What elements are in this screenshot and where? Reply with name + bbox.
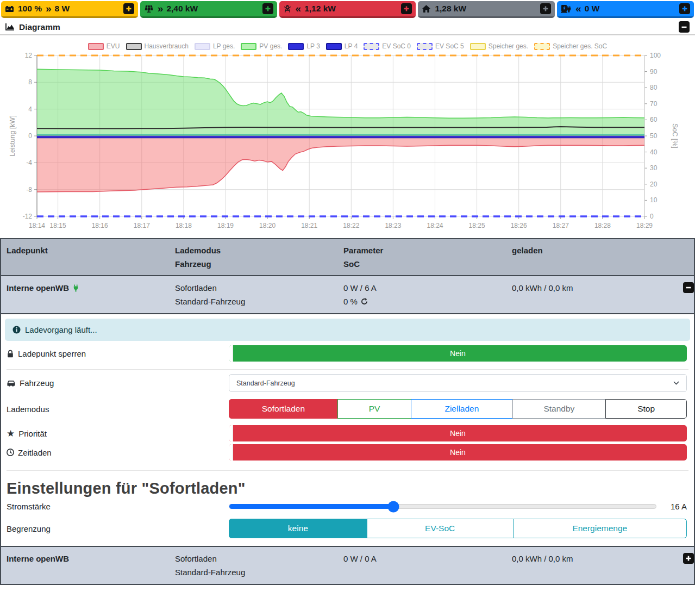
legend-label: Speicher ges.: [489, 42, 528, 50]
priority-label: Priorität: [18, 429, 47, 438]
svg-text:18:21: 18:21: [301, 222, 317, 229]
chargepoint-collapse-button[interactable]: [683, 282, 694, 293]
svg-text:0: 0: [28, 132, 32, 140]
vehicle-select-value: Standard-Fahrzeug: [236, 379, 295, 387]
svg-text:4: 4: [28, 105, 32, 113]
chargepoint-table-header: Ladepunkt Lademodus Fahrzeug Parameter S…: [1, 239, 694, 275]
legend-swatch: [326, 43, 342, 50]
battery-status-tile[interactable]: 100 % » 8 W: [1, 1, 138, 18]
legend-item[interactable]: Speicher ges. SoC: [534, 42, 607, 50]
svg-text:SoC [%]: SoC [%]: [671, 123, 679, 148]
current-slider[interactable]: [229, 504, 656, 509]
chargepoint-tile-expand-button[interactable]: [679, 3, 690, 14]
legend-item[interactable]: Hausverbrauch: [126, 42, 189, 50]
time-charge-toggle[interactable]: Nein: [229, 444, 687, 461]
svg-text:18:15: 18:15: [50, 222, 66, 229]
legend-swatch: [88, 43, 104, 50]
legend-swatch: [241, 43, 256, 50]
lock-toggle-value: Nein: [450, 349, 466, 358]
priority-toggle-value: Nein: [450, 429, 466, 438]
charge-mode-row: Lademodus Sofortladen PV Zielladen Stand…: [1, 399, 694, 419]
transmission-tower-icon: [283, 4, 292, 13]
svg-text:90: 90: [650, 68, 658, 76]
grid-flow-arrow: «: [296, 3, 301, 15]
chart-legend: EVUHausverbrauchLP ges.PV ges.LP 3LP 4EV…: [3, 42, 692, 50]
legend-item[interactable]: EVU: [88, 42, 120, 50]
lock-chargepoint-label: Ladepunkt sperren: [18, 349, 86, 358]
legend-label: EV SoC 5: [435, 42, 464, 50]
svg-text:18:29: 18:29: [636, 222, 653, 229]
grid-status-tile[interactable]: « 1,12 kW: [279, 1, 416, 18]
svg-text:12: 12: [25, 52, 33, 59]
time-charge-toggle-value: Nein: [450, 448, 466, 457]
grid-tile-expand-button[interactable]: [401, 3, 412, 14]
mode-zielladen-button[interactable]: Zielladen: [411, 399, 512, 419]
refresh-soc-icon[interactable]: [361, 298, 368, 305]
house-tile-expand-button[interactable]: [540, 3, 551, 14]
pv-status-tile[interactable]: » 2,40 kW: [140, 1, 277, 18]
limit-keine-button[interactable]: keine: [229, 519, 367, 538]
legend-label: EVU: [107, 42, 120, 50]
legend-label: LP ges.: [213, 42, 235, 50]
info-icon: [12, 326, 21, 334]
charge-mode-button-group: Sofortladen PV Zielladen Standby Stop: [229, 399, 687, 419]
mode-pv-button[interactable]: PV: [337, 399, 411, 419]
limit-row: Begrenzung keine EV-SoC Energiemenge: [1, 519, 694, 538]
svg-text:30: 30: [650, 164, 658, 172]
charging-status-alert: Ladevorgang läuft...: [5, 319, 690, 341]
pv-tile-expand-button[interactable]: [262, 3, 273, 14]
ev-charging-station-icon: [561, 4, 572, 13]
legend-label: LP 4: [345, 42, 358, 50]
diagram-title: Diagramm: [19, 22, 60, 32]
mode-sofortladen-button[interactable]: Sofortladen: [229, 399, 338, 419]
battery-flow-arrow: »: [46, 3, 51, 15]
mode-standby-button[interactable]: Standby: [512, 399, 606, 419]
limit-energiemenge-button[interactable]: Energiemenge: [513, 519, 687, 538]
limit-ev-soc-button[interactable]: EV-SoC: [367, 519, 514, 538]
svg-text:0: 0: [650, 213, 654, 220]
svg-text:18:16: 18:16: [92, 222, 108, 229]
mode-stop-button[interactable]: Stop: [605, 399, 687, 419]
divider: [7, 369, 688, 370]
diagram-collapse-button[interactable]: [679, 21, 690, 33]
legend-item[interactable]: LP ges.: [195, 42, 235, 50]
row-vehicle: Standard-Fahrzeug: [175, 295, 343, 308]
svg-text:18:22: 18:22: [343, 222, 359, 229]
row-charged: 0,0 kWh / 0,0 km: [512, 552, 674, 565]
legend-item[interactable]: EV SoC 5: [417, 42, 464, 50]
legend-item[interactable]: EV SoC 0: [364, 42, 411, 50]
chargepoint-name: Interne openWB: [7, 281, 69, 295]
house-consumption-tile[interactable]: 1,28 kW: [418, 1, 555, 18]
battery-soc-value: 100 %: [18, 4, 42, 14]
priority-toggle[interactable]: Nein: [229, 425, 687, 441]
lock-chargepoint-toggle[interactable]: Nein: [229, 345, 687, 362]
svg-text:18:14: 18:14: [29, 222, 45, 229]
svg-text:-12: -12: [23, 213, 33, 220]
battery-icon: [5, 4, 14, 13]
chargepoint-status-tile[interactable]: « 0 W: [557, 1, 694, 18]
vehicle-select[interactable]: Standard-Fahrzeug: [229, 374, 687, 392]
chargepoint-table: Ladepunkt Lademodus Fahrzeug Parameter S…: [0, 238, 695, 585]
header-geladen: geladen: [512, 244, 674, 257]
legend-item[interactable]: PV ges.: [241, 42, 282, 50]
battery-tile-expand-button[interactable]: [123, 3, 134, 14]
header-lademodus: Lademodus: [175, 244, 343, 257]
pv-flow-arrow: »: [158, 3, 163, 15]
car-icon: [7, 379, 16, 387]
current-slider-thumb[interactable]: [387, 501, 399, 512]
legend-item[interactable]: LP 3: [288, 42, 320, 50]
vehicle-row: Fahrzeug Standard-Fahrzeug: [1, 374, 694, 392]
lock-icon: [7, 350, 14, 358]
current-slider-fill: [229, 504, 393, 509]
legend-swatch: [417, 43, 433, 50]
svg-text:18:18: 18:18: [176, 222, 192, 229]
legend-label: PV ges.: [259, 42, 282, 50]
svg-text:-8: -8: [26, 186, 32, 194]
chargepoint-expand-button[interactable]: [683, 553, 694, 564]
svg-text:18:17: 18:17: [134, 222, 150, 229]
svg-text:18:24: 18:24: [427, 222, 443, 229]
svg-text:20: 20: [650, 181, 658, 188]
svg-text:Leistung [kW]: Leistung [kW]: [9, 115, 16, 157]
legend-item[interactable]: LP 4: [326, 42, 358, 50]
legend-item[interactable]: Speicher ges.: [470, 42, 528, 50]
